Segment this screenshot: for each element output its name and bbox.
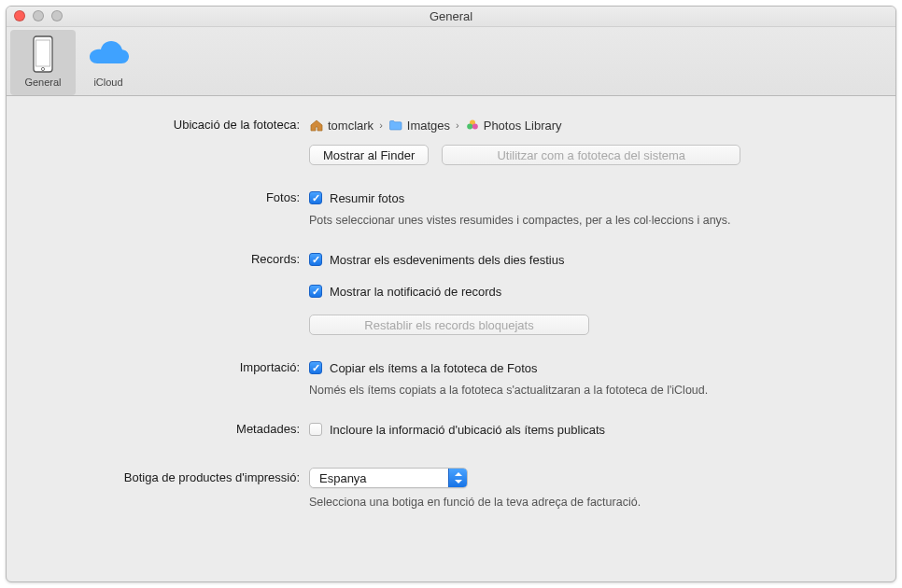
library-path-breadcrumb: tomclark › Imatges ›: [309, 115, 873, 135]
print-store-value: Espanya: [310, 469, 448, 487]
breadcrumb-segment: tomclark: [328, 119, 373, 133]
print-store-caption: Selecciona una botiga en funció de la te…: [309, 496, 873, 509]
device-icon: [10, 34, 76, 75]
photos-caption: Pots seleccionar unes vistes resumides i…: [309, 214, 873, 227]
folder-icon: [388, 118, 403, 133]
show-memories-notification-checkbox[interactable]: ✓ Mostrar la notificació de records: [309, 281, 873, 301]
copy-to-library-text: Copiar els ítems a la fototeca de Fotos: [330, 361, 538, 375]
close-icon[interactable]: [14, 10, 25, 21]
chevron-right-icon: ›: [379, 119, 383, 131]
window-controls: [14, 10, 63, 21]
window-title: General: [430, 9, 472, 23]
checkbox-icon: ✓: [309, 253, 322, 266]
chevron-right-icon: ›: [456, 119, 459, 131]
breadcrumb-segment: Imatges: [407, 119, 450, 133]
tab-general[interactable]: General: [10, 30, 76, 95]
use-as-system-library-button[interactable]: Utilitzar com a fototeca del sistema: [442, 145, 740, 165]
show-in-finder-button[interactable]: Mostrar al Finder: [309, 145, 429, 165]
photos-library-icon: [465, 118, 480, 133]
show-holiday-events-text: Mostrar els esdeveniments dels dies fest…: [330, 253, 564, 267]
summarize-photos-checkbox[interactable]: ✓ Resumir fotos: [309, 188, 873, 208]
minimize-icon[interactable]: [33, 10, 44, 21]
checkbox-icon: ✓: [309, 361, 322, 374]
include-location-checkbox[interactable]: Incloure la informació d'ubicació als ít…: [309, 419, 873, 440]
tab-icloud-label: iCloud: [76, 77, 141, 88]
svg-point-5: [472, 124, 478, 130]
print-store-select[interactable]: Espanya: [309, 468, 468, 488]
content-pane: Ubicació de la fototeca: tomclark ›: [7, 96, 895, 581]
include-location-text: Incloure la informació d'ubicació als ít…: [330, 423, 605, 437]
print-store-label: Botiga de productes d'impressió:: [29, 468, 309, 484]
checkbox-icon: [309, 423, 322, 436]
show-memories-notification-text: Mostrar la notificació de records: [330, 285, 501, 299]
tab-icloud[interactable]: iCloud: [76, 30, 141, 95]
importing-label: Importació:: [29, 357, 309, 374]
reset-blocked-memories-button[interactable]: Restablir els records bloquejats: [309, 315, 589, 335]
library-location-label: Ubicació de la fototeca:: [29, 115, 309, 132]
memories-label: Records:: [29, 249, 309, 266]
svg-rect-1: [36, 40, 50, 66]
zoom-icon[interactable]: [51, 10, 63, 21]
preferences-window: General General iCloud Ubicac: [6, 6, 896, 582]
breadcrumb-segment: Photos Library: [484, 119, 562, 133]
checkbox-icon: ✓: [309, 285, 322, 298]
show-holiday-events-checkbox[interactable]: ✓ Mostrar els esdeveniments dels dies fe…: [309, 249, 873, 270]
titlebar: General: [7, 7, 895, 27]
tab-general-label: General: [10, 77, 76, 88]
checkbox-icon: ✓: [309, 191, 322, 204]
cloud-icon: [76, 34, 141, 75]
select-stepper-icon: [448, 469, 467, 487]
metadata-label: Metadades:: [29, 419, 309, 436]
home-icon: [309, 118, 324, 133]
preferences-toolbar: General iCloud: [7, 27, 895, 96]
photos-label: Fotos:: [29, 188, 309, 204]
summarize-photos-text: Resumir fotos: [330, 191, 404, 205]
importing-caption: Només els ítems copiats a la fototeca s'…: [309, 384, 873, 397]
copy-to-library-checkbox[interactable]: ✓ Copiar els ítems a la fototeca de Foto…: [309, 357, 873, 378]
svg-point-4: [467, 124, 472, 130]
